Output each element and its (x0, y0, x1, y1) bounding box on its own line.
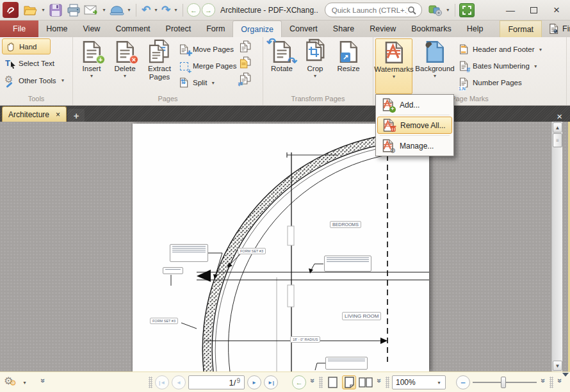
number-pages-button[interactable]: 1.N Number Pages (457, 74, 545, 91)
close-button[interactable]: × (546, 3, 567, 18)
zoom-slider-handle[interactable] (501, 377, 506, 388)
page-number-input[interactable]: 1/9 (188, 375, 245, 389)
background-button[interactable]: Background ▾ (412, 38, 457, 94)
redo-caret[interactable]: ▾ (173, 7, 179, 13)
tab-bookmarks[interactable]: Bookmarks (403, 20, 459, 37)
redo-icon[interactable]: ↷ (160, 3, 172, 18)
previous-page-button[interactable]: ◄ (172, 375, 186, 389)
more-layouts-chevrons-icon[interactable]: » (375, 379, 384, 386)
toolbar-drag-handle[interactable] (319, 377, 323, 388)
quick-launch-box[interactable] (325, 3, 422, 17)
vertical-scrollbar[interactable]: ▲ ≡ ▼ (551, 122, 562, 372)
flatten-icon[interactable] (108, 3, 125, 18)
tab-review[interactable]: Review (362, 20, 403, 37)
tab-home[interactable]: Home (38, 20, 75, 37)
save-icon[interactable] (47, 3, 64, 18)
zoom-out-button[interactable]: − (456, 375, 470, 389)
document-canvas[interactable]: BEDROOMS LIVING ROOM FORM SET #3 FORM SE… (0, 122, 570, 372)
document-tab-architecture[interactable]: Architecture × (2, 106, 67, 122)
tab-convert[interactable]: Convert (282, 20, 325, 37)
last-page-button[interactable]: ►| (264, 375, 278, 389)
more-zoom-chevrons-icon[interactable]: » (539, 379, 548, 386)
other-tools-button[interactable]: ⚙ Other Tools ▾ (2, 72, 70, 89)
tab-protect[interactable]: Protect (158, 20, 199, 37)
continuous-layout-icon[interactable] (342, 375, 356, 389)
delete-button[interactable]: × Delete ▾ (108, 38, 142, 94)
toolbar-drag-handle[interactable] (550, 377, 553, 388)
resize-button[interactable]: ↗ Resize (332, 38, 365, 94)
scroll-up-icon[interactable]: ▲ (553, 122, 562, 133)
move-pages-button[interactable]: ✚ Move Pages (177, 41, 238, 58)
expand-panel-chevrons-icon[interactable]: » (38, 379, 47, 386)
tab-format[interactable]: Format (500, 20, 542, 37)
status-options-gear-icon[interactable]: ⚙ ⚙ (4, 376, 19, 389)
swap-pages-icon[interactable]: ⇄ (239, 72, 252, 85)
tab-view[interactable]: View (76, 20, 108, 37)
find-label[interactable]: Find... (562, 24, 570, 33)
flatten-caret[interactable]: ▾ (126, 7, 132, 13)
maximize-button[interactable] (523, 3, 544, 18)
bates-numbering-button[interactable]: # Bates Numbering ▾ (457, 58, 545, 74)
other-tools-caret: ▾ (60, 78, 66, 83)
bates-numbering-label: Bates Numbering (473, 62, 530, 70)
select-text-button[interactable]: T Select Text (2, 54, 70, 72)
rotate-button[interactable]: ↶ ↷ Rotate (265, 38, 298, 94)
fullscreen-icon[interactable] (459, 3, 475, 17)
group-label-tools: Tools (2, 94, 70, 105)
ui-options-caret[interactable]: ▾ (445, 7, 451, 13)
more-views-chevrons-icon[interactable]: » (308, 379, 317, 386)
panel-corner-triangle-icon (562, 373, 569, 377)
open-file-caret[interactable]: ▾ (40, 7, 46, 13)
split-button[interactable]: ⇅ Split ▾ (177, 74, 238, 91)
merge-pages-button[interactable]: + Merge Pages (177, 58, 238, 74)
quick-launch-input[interactable] (332, 6, 407, 14)
print-icon[interactable] (65, 3, 82, 18)
ui-options-icon[interactable] (427, 3, 444, 18)
undo-icon[interactable]: ↶ (140, 3, 152, 18)
header-footer-button[interactable]: Header and Footer ▾ (457, 41, 545, 58)
tab-share[interactable]: Share (325, 20, 362, 37)
zoom-slider[interactable] (473, 382, 537, 383)
previous-view-button[interactable]: ← (292, 375, 306, 389)
menu-item-remove-all-watermarks[interactable]: Remove All... (377, 117, 452, 134)
new-tab-button[interactable]: + (68, 109, 85, 122)
toolbar-drag-handle[interactable] (149, 377, 152, 388)
next-page-button[interactable]: ► (247, 375, 261, 389)
find-document-icon[interactable] (548, 23, 559, 35)
extract-pages-button[interactable]: Extract Pages (142, 38, 177, 94)
hand-icon (6, 42, 15, 52)
hand-tool-button[interactable]: Hand (2, 38, 51, 54)
two-page-layout-icon[interactable] (359, 375, 373, 389)
zoom-caret: ▾ (436, 380, 442, 386)
email-caret[interactable]: ▾ (101, 7, 107, 13)
watermarks-button[interactable]: Watermarks ▾ (375, 38, 412, 94)
status-options-caret[interactable]: ▾ (22, 380, 28, 386)
tab-form[interactable]: Form (199, 20, 232, 37)
zoom-level-select[interactable]: 100% ▾ (392, 375, 446, 389)
tab-comment[interactable]: Comment (108, 20, 158, 37)
tab-help[interactable]: Help (459, 20, 491, 37)
scrollbar-thumb[interactable]: ≡ (553, 133, 562, 147)
open-file-icon[interactable] (22, 3, 39, 18)
first-page-button[interactable]: |◄ (155, 375, 169, 389)
replace-pages-icon[interactable] (239, 56, 252, 69)
history-forward-button[interactable]: → (202, 3, 215, 17)
menu-item-add-watermark[interactable]: + Add... (377, 96, 452, 113)
menu-item-manage-watermarks[interactable]: ⚙ Manage... (377, 137, 452, 154)
undo-caret[interactable]: ▾ (153, 7, 159, 13)
duplicate-pages-icon[interactable] (239, 40, 252, 53)
scroll-down-icon[interactable]: ▼ (553, 361, 562, 371)
select-text-icon: T (5, 58, 15, 68)
insert-button[interactable]: + Insert ▾ (75, 38, 108, 94)
crop-button[interactable]: Crop ▾ (298, 38, 332, 94)
email-icon[interactable] (83, 3, 100, 18)
minimize-button[interactable]: — (500, 3, 521, 18)
tab-file[interactable]: File (0, 20, 38, 37)
single-page-layout-icon[interactable] (325, 375, 339, 389)
close-document-icon[interactable]: × (549, 111, 570, 122)
document-tab-close-icon[interactable]: × (56, 110, 60, 119)
pdf-page[interactable]: BEDROOMS LIVING ROOM FORM SET #3 FORM SE… (133, 124, 429, 372)
toolbar-drag-handle[interactable] (386, 377, 389, 388)
history-back-button[interactable]: ← (187, 3, 200, 17)
overflow-chevrons-icon[interactable]: » (555, 379, 564, 386)
